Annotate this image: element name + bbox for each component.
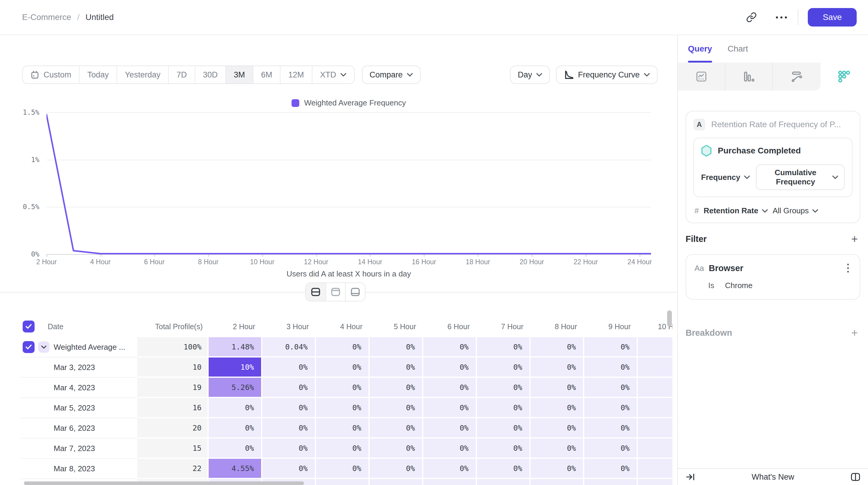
retention-cell[interactable]: 0% [477, 459, 531, 479]
retention-cell[interactable]: 0% [531, 418, 584, 439]
retention-cell[interactable]: 0% [584, 439, 638, 459]
filter-operator[interactable]: Is [708, 281, 714, 290]
retention-cell[interactable] [584, 479, 638, 485]
groups-dropdown[interactable]: All Groups [773, 206, 818, 216]
retention-cell[interactable]: 0% [531, 439, 584, 459]
retention-cell[interactable]: 0% [423, 378, 477, 398]
retention-cell[interactable]: 0% [316, 398, 370, 418]
retention-cell[interactable]: 0% [423, 439, 477, 459]
retention-cell[interactable]: 1.48% [209, 337, 262, 357]
view-type-dropdown[interactable]: Frequency Curve [556, 66, 657, 84]
chart-type-flow[interactable] [773, 63, 820, 91]
retention-cell[interactable]: 0% [584, 378, 638, 398]
retention-cell[interactable]: 0% [584, 398, 638, 418]
tab-chart[interactable]: Chart [727, 35, 748, 63]
save-button[interactable]: Save [808, 8, 857, 27]
retention-cell[interactable]: 0% [477, 398, 531, 418]
retention-cell[interactable]: 0% [370, 398, 423, 418]
retention-cell[interactable]: 0% [370, 357, 423, 378]
retention-cell[interactable]: 0% [423, 418, 477, 439]
retention-cell[interactable] [370, 479, 423, 485]
chart-type-bar[interactable] [725, 63, 773, 91]
compare-button[interactable]: Compare [362, 66, 421, 84]
retention-cell[interactable]: 0% [316, 459, 370, 479]
retention-cell[interactable] [423, 479, 477, 485]
whats-new-link[interactable]: What's New [678, 473, 868, 482]
retention-cell[interactable]: 10% [209, 357, 262, 378]
retention-cell[interactable]: 0% [477, 337, 531, 357]
vertical-scrollbar[interactable] [667, 311, 672, 326]
retention-cell[interactable]: 0% [477, 378, 531, 398]
retention-cell[interactable]: 0% [531, 337, 584, 357]
retention-cell[interactable]: 0% [423, 398, 477, 418]
retention-cell[interactable]: 4.55% [209, 459, 262, 479]
retention-cell[interactable]: 0% [477, 439, 531, 459]
table-row[interactable]: Mar 4, 2023195.26%0%0%0%0%0%0%0% [21, 378, 673, 398]
retention-cell[interactable] [531, 479, 584, 485]
retention-cell[interactable]: 0% [262, 418, 316, 439]
table-row[interactable]: Weighted Average ...100%1.48%0.04%0%0%0%… [21, 337, 673, 357]
breadcrumb-parent[interactable]: E-Commerce [22, 12, 71, 22]
retention-cell[interactable]: 0% [209, 398, 262, 418]
retention-cell[interactable]: 0% [316, 439, 370, 459]
retention-cell[interactable]: 0% [584, 418, 638, 439]
retention-cell[interactable]: 0% [531, 378, 584, 398]
add-breakdown-button[interactable]: + [849, 326, 860, 340]
granularity-dropdown[interactable]: Day [510, 66, 550, 84]
retention-cell[interactable]: 0% [370, 337, 423, 357]
filter-options-button[interactable] [845, 262, 851, 274]
frequency-dropdown[interactable]: Frequency [701, 173, 750, 182]
retention-cell[interactable]: 0% [316, 337, 370, 357]
range-3m[interactable]: 3M [225, 66, 253, 84]
retention-cell[interactable]: 0% [209, 439, 262, 459]
layout-table-only-button[interactable] [345, 283, 365, 301]
retention-cell[interactable]: 0.04% [262, 337, 316, 357]
expand-row-button[interactable] [38, 342, 50, 353]
retention-cell[interactable]: 0% [477, 418, 531, 439]
retention-cell[interactable]: 0% [262, 378, 316, 398]
table-row[interactable]: Mar 3, 20231010%0%0%0%0%0%0%0% [21, 357, 673, 378]
filter-value[interactable]: Chrome [725, 281, 752, 290]
retention-cell[interactable]: 0% [316, 357, 370, 378]
retention-cell[interactable]: 0% [209, 418, 262, 439]
retention-cell[interactable]: 0% [423, 357, 477, 378]
select-all-checkbox[interactable] [23, 321, 35, 332]
range-yesterday[interactable]: Yesterday [117, 66, 168, 84]
retention-cell[interactable]: 0% [262, 398, 316, 418]
retention-cell[interactable]: 0% [370, 378, 423, 398]
retention-cell[interactable]: 0% [531, 357, 584, 378]
retention-cell[interactable]: 0% [262, 357, 316, 378]
panel-layout-button[interactable] [850, 472, 861, 482]
retention-cell[interactable]: 0% [531, 459, 584, 479]
range-custom[interactable]: Custom [23, 66, 79, 84]
table-row[interactable]: Mar 7, 2023150%0%0%0%0%0%0%0% [21, 439, 673, 459]
retention-cell[interactable]: 0% [262, 459, 316, 479]
row-checkbox[interactable] [23, 341, 35, 353]
retention-cell[interactable]: 0% [262, 439, 316, 459]
series-title[interactable]: Retention Rate of Frequency of P... [711, 120, 841, 129]
range-xtd[interactable]: XTD [312, 66, 354, 84]
table-row[interactable]: Mar 6, 2023200%0%0%0%0%0%0%0% [21, 418, 673, 439]
copy-link-button[interactable] [744, 9, 759, 25]
tab-query[interactable]: Query [688, 35, 712, 63]
event-name[interactable]: Purchase Completed [718, 146, 801, 156]
measure-dropdown[interactable]: Retention Rate [704, 206, 768, 216]
layout-chart-only-button[interactable] [326, 283, 345, 301]
retention-cell[interactable]: 0% [584, 337, 638, 357]
filter-property[interactable]: Browser [709, 263, 743, 273]
retention-cell[interactable]: 0% [531, 398, 584, 418]
range-6m[interactable]: 6M [253, 66, 280, 84]
chart-type-insights[interactable] [678, 63, 725, 91]
retention-cell[interactable]: 0% [316, 418, 370, 439]
retention-cell[interactable]: 0% [423, 459, 477, 479]
frequency-type-dropdown[interactable]: Cumulative Frequency [756, 164, 845, 190]
range-today[interactable]: Today [79, 66, 117, 84]
retention-cell[interactable]: 0% [423, 337, 477, 357]
range-30d[interactable]: 30D [195, 66, 226, 84]
layout-split-button[interactable] [306, 283, 326, 301]
chart-type-retention-selected[interactable] [820, 63, 868, 91]
chart-line-svg[interactable] [46, 107, 651, 256]
retention-cell[interactable]: 0% [584, 459, 638, 479]
retention-cell[interactable]: 0% [370, 439, 423, 459]
retention-cell[interactable]: 0% [584, 357, 638, 378]
